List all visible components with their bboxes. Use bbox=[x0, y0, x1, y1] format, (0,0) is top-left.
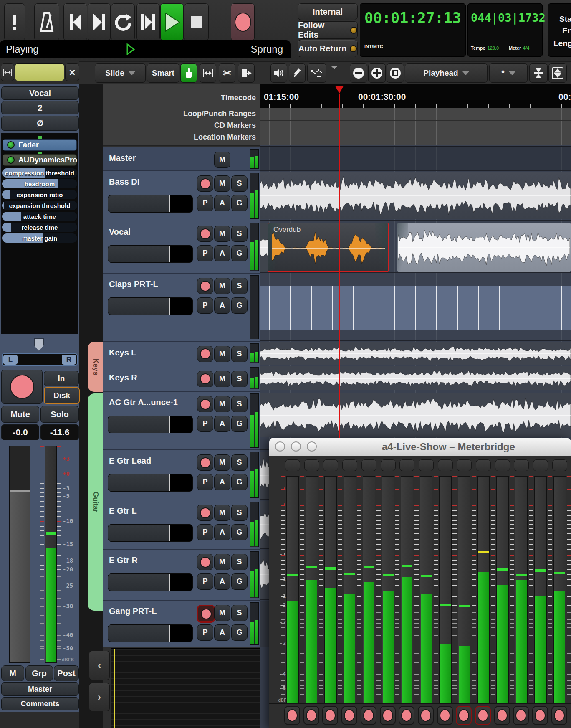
zoom-fit-button[interactable] bbox=[387, 63, 404, 83]
track-mute-button[interactable]: M bbox=[214, 371, 230, 387]
track-mute-button[interactable]: M bbox=[214, 396, 230, 412]
track-solo-button[interactable]: S bbox=[231, 605, 248, 621]
bridge-rec-arm-button[interactable] bbox=[456, 706, 472, 725]
metronome-button[interactable] bbox=[34, 3, 59, 41]
zoom-in-button[interactable] bbox=[368, 63, 386, 83]
metering-point-button[interactable]: M bbox=[1, 665, 24, 681]
track-header-bass-di[interactable]: Bass DIMSPAG bbox=[103, 171, 260, 221]
track-group-button[interactable]: G bbox=[231, 624, 248, 641]
smart-mode-button[interactable]: Smart bbox=[147, 63, 179, 83]
bridge-channel-button[interactable] bbox=[323, 459, 338, 471]
monitor-disk-button[interactable]: Disk bbox=[44, 387, 80, 404]
track-mute-button[interactable]: M bbox=[214, 152, 230, 168]
track-group-button[interactable]: G bbox=[231, 573, 248, 590]
track-rec-arm-button[interactable] bbox=[197, 454, 213, 471]
bridge-channel-button[interactable] bbox=[476, 459, 491, 471]
track-name[interactable]: E Gtr R bbox=[109, 556, 138, 565]
bridge-rec-arm-button[interactable] bbox=[551, 706, 567, 725]
track-mute-button[interactable]: M bbox=[214, 605, 230, 621]
bridge-rec-arm-button[interactable] bbox=[532, 706, 548, 725]
bridge-channel-button[interactable] bbox=[381, 459, 396, 471]
track-header-vocal[interactable]: VocalMSPAG bbox=[103, 221, 260, 274]
track-solo-button[interactable]: S bbox=[231, 554, 248, 570]
track-name[interactable]: Claps PRT-L bbox=[109, 279, 158, 289]
pan-slider[interactable]: L R bbox=[2, 353, 78, 366]
track-rec-arm-button[interactable] bbox=[197, 505, 213, 521]
window-close-button[interactable] bbox=[275, 441, 285, 452]
track-automation-button[interactable]: A bbox=[214, 474, 230, 490]
shrink-tracks-button[interactable] bbox=[529, 63, 548, 83]
track-rec-arm-button[interactable] bbox=[197, 554, 213, 570]
plugin-control-expansion-threshold[interactable]: expansion threshold bbox=[2, 201, 77, 210]
bridge-rec-arm-button[interactable] bbox=[399, 706, 414, 725]
track-mute-button[interactable]: M bbox=[214, 346, 230, 362]
tool-internal-edit-button[interactable] bbox=[307, 63, 326, 83]
track-gain-slider[interactable] bbox=[108, 573, 193, 591]
play-button[interactable] bbox=[160, 3, 184, 41]
track-rec-arm-button[interactable] bbox=[197, 278, 213, 294]
summary-next-button[interactable]: › bbox=[89, 683, 110, 711]
track-name[interactable]: Vocal bbox=[109, 227, 131, 237]
track-group-button[interactable]: G bbox=[231, 297, 248, 314]
track-header-keys-r[interactable]: Keys RMS bbox=[103, 365, 260, 392]
track-playlist-button[interactable]: P bbox=[197, 245, 213, 261]
toolbar-overflow-chevron[interactable] bbox=[330, 63, 339, 72]
track-playlist-button[interactable]: P bbox=[197, 195, 213, 211]
bridge-channel-button[interactable] bbox=[457, 459, 472, 471]
track-name[interactable]: Gang PRT-L bbox=[109, 606, 157, 616]
bridge-rec-arm-button[interactable] bbox=[513, 706, 529, 725]
track-solo-button[interactable]: S bbox=[231, 226, 248, 242]
track-gain-slider[interactable] bbox=[108, 297, 193, 315]
track-solo-button[interactable]: S bbox=[231, 346, 248, 362]
track-playlist-button[interactable]: P bbox=[197, 524, 213, 540]
bridge-rec-arm-button[interactable] bbox=[361, 706, 376, 725]
track-gain-slider[interactable] bbox=[108, 624, 193, 642]
bridge-channel-button[interactable] bbox=[419, 459, 434, 471]
track-rec-arm-button[interactable] bbox=[197, 346, 213, 362]
processor-audynamicspro[interactable]: AUDynamicsPro bbox=[3, 154, 77, 166]
tool-draw-button[interactable] bbox=[289, 63, 306, 83]
track-solo-button[interactable]: S bbox=[231, 278, 248, 294]
track-name[interactable]: AC Gtr A...unce-1 bbox=[109, 398, 178, 407]
timecode-ruler[interactable]: 01:15:00 00:01:30:00 00:0 bbox=[260, 84, 571, 108]
tool-cut-button[interactable]: ✂ bbox=[219, 63, 235, 83]
bridge-channel-button[interactable] bbox=[533, 459, 548, 471]
meterbridge-window[interactable]: a4-Live-Show – Meterbridge +3+0-3-5-10-1… bbox=[269, 438, 571, 728]
bridge-rec-arm-button[interactable] bbox=[284, 706, 300, 725]
edit-mode-combo[interactable]: Slide bbox=[95, 63, 146, 83]
bridge-channel-button[interactable] bbox=[552, 459, 567, 471]
stop-button[interactable] bbox=[184, 3, 209, 41]
bridge-channel-button[interactable] bbox=[342, 459, 357, 471]
track-mute-button[interactable]: M bbox=[214, 226, 230, 242]
ruler-lane-label-timecode[interactable]: Timecode bbox=[103, 94, 256, 102]
track-playlist-button[interactable]: P bbox=[197, 573, 213, 590]
output-master-button[interactable]: Master bbox=[1, 682, 79, 696]
processor-fader[interactable]: Fader bbox=[3, 139, 77, 151]
strip-record-arm-button[interactable] bbox=[1, 370, 43, 404]
goto-end-button[interactable] bbox=[88, 3, 111, 41]
bridge-channel-button[interactable] bbox=[361, 459, 376, 471]
plugin-control-master-gain[interactable]: master gain bbox=[2, 233, 77, 243]
processor-active-led[interactable] bbox=[7, 156, 15, 164]
track-header-ac-gtr-a-unce-1[interactable]: AC Gtr A...unce-1MSPAG bbox=[103, 392, 260, 450]
track-header-keys-l[interactable]: Keys LMS bbox=[103, 342, 260, 365]
track-color-swatch[interactable] bbox=[15, 63, 64, 81]
zoom-focus-combo[interactable]: Playhead bbox=[405, 63, 488, 83]
track-group-button[interactable]: G bbox=[231, 416, 248, 432]
plugin-control-attack-time[interactable]: attack time bbox=[2, 212, 77, 221]
group-button[interactable]: Grp bbox=[25, 665, 53, 681]
strip-name-button[interactable]: Vocal bbox=[1, 86, 79, 100]
ruler-lane-label-location-markers[interactable]: Location Markers bbox=[103, 133, 256, 142]
tool-audition-button[interactable] bbox=[270, 63, 287, 83]
track-gain-slider[interactable] bbox=[108, 195, 193, 213]
group-tab-guitar[interactable]: Guitar bbox=[88, 393, 103, 611]
track-header-e-gtr-lead[interactable]: E Gtr LeadMSPAG bbox=[103, 450, 260, 500]
track-automation-button[interactable]: A bbox=[214, 573, 230, 590]
tool-range-button[interactable] bbox=[200, 63, 216, 83]
track-automation-button[interactable]: A bbox=[214, 524, 230, 540]
track-rec-arm-button[interactable] bbox=[197, 226, 213, 242]
editor-summary[interactable] bbox=[111, 648, 260, 728]
plugin-control-expansion-ratio[interactable]: expansion ratio bbox=[2, 190, 77, 199]
track-gain-slider[interactable] bbox=[108, 416, 193, 433]
bridge-channel-button[interactable] bbox=[514, 459, 529, 471]
